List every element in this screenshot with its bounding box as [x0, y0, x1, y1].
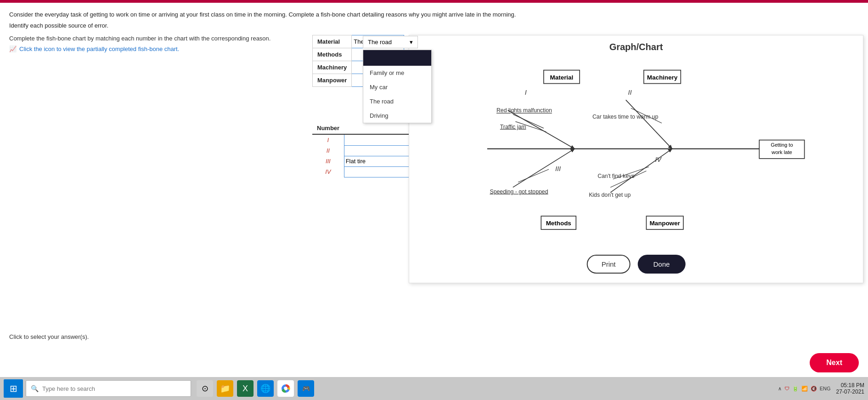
dropdown-option-theroad[interactable]: The road: [363, 94, 431, 109]
photos-icon[interactable]: 🎮: [298, 380, 314, 397]
edge-icon[interactable]: 🌐: [257, 380, 274, 397]
instruction-line1: Consider the everyday task of getting to…: [9, 10, 542, 19]
svg-text:Traffic jam: Traffic jam: [500, 124, 526, 130]
answer-input-III[interactable]: [346, 158, 411, 165]
lang-indicator: ENG: [820, 386, 831, 391]
number-row-IV: IV: [312, 166, 413, 177]
svg-text:III: III: [555, 165, 561, 172]
taskbar-right: ∧ 🛡 🔋 📶 🔇 ENG 05:18 PM 27-07-2021: [778, 382, 864, 395]
chart-trend-icon: 📈: [9, 46, 17, 52]
svg-text:Red lights malfunction: Red lights malfunction: [496, 107, 552, 114]
number-row-I: I: [312, 134, 413, 145]
tray-expand-icon[interactable]: ∧: [778, 386, 782, 392]
system-tray: ∧ 🛡 🔋 📶 🔇 ENG: [778, 386, 831, 392]
left-section: Complete the fish-bone chart by matching…: [9, 35, 308, 62]
chevron-down-icon: ▾: [410, 39, 413, 46]
svg-text:Material: Material: [550, 74, 574, 81]
svg-line-6: [626, 100, 672, 149]
answer-input-II[interactable]: [346, 147, 411, 154]
category-label-manpower: Manpower: [313, 74, 352, 87]
number-row-III: III: [312, 156, 413, 166]
answer-input-IV[interactable]: [346, 168, 411, 175]
excel-icon[interactable]: X: [237, 380, 254, 397]
answer-input-I[interactable]: [346, 137, 411, 143]
category-label-machinery: Machinery: [313, 61, 352, 74]
view-chart-link[interactable]: 📈 Click the icon to view the partially c…: [9, 46, 308, 52]
wifi-icon: 📶: [801, 386, 808, 392]
svg-text:Getting to: Getting to: [771, 142, 793, 148]
taskbar: ⊞ 🔍 ⊙ 📁 X 🌐 🎮 ∧ 🛡 🔋 📶 🔇 ENG: [0, 377, 868, 400]
fishbone-svg: Material Machinery Methods Manpower I II…: [409, 59, 863, 234]
main-content-area: Consider the everyday task of getting to…: [0, 3, 868, 377]
number-table: Number I II III: [312, 122, 413, 177]
number-II: II: [312, 145, 344, 156]
battery-icon: 🔋: [792, 386, 799, 392]
svg-text:Car takes time to warm up: Car takes time to warm up: [592, 114, 658, 120]
dropdown-header-bar: [363, 50, 431, 66]
chart-title: Graph/Chart: [409, 35, 863, 59]
search-input[interactable]: [42, 385, 186, 392]
svg-text:I: I: [525, 89, 527, 96]
number-III: III: [312, 156, 344, 166]
svg-text:Can't find keys: Can't find keys: [597, 173, 634, 179]
file-explorer-icon[interactable]: 📁: [217, 380, 233, 397]
svg-text:Kids don't get up: Kids don't get up: [589, 192, 631, 198]
svg-text:Machinery: Machinery: [647, 74, 678, 81]
dropdown-container[interactable]: The road ▾ Family or me My car The road …: [363, 36, 418, 48]
svg-text:work late: work late: [771, 149, 792, 155]
svg-line-9: [518, 169, 549, 182]
clock-date: 27-07-2021: [836, 389, 864, 395]
answer-IV[interactable]: [344, 166, 413, 177]
start-button[interactable]: ⊞: [4, 379, 23, 398]
svg-text:Methods: Methods: [546, 220, 571, 227]
print-button[interactable]: Print: [587, 255, 631, 274]
answer-I[interactable]: [344, 134, 413, 145]
number-I: I: [312, 134, 344, 145]
chart-overlay: Graph/Chart: [409, 35, 863, 283]
svg-text:Manpower: Manpower: [649, 220, 680, 227]
dropdown-menu: Family or me My car The road Driving: [363, 50, 432, 123]
number-IV: IV: [312, 166, 344, 177]
shield-icon: 🛡: [784, 386, 789, 391]
dropdown-selected-text: The road: [368, 39, 392, 46]
svg-line-8: [513, 149, 575, 188]
svg-text:II: II: [628, 89, 632, 96]
number-row-II: II: [312, 145, 413, 156]
volume-icon: 🔇: [811, 386, 817, 392]
answer-col-header: [344, 122, 413, 134]
taskbar-icon-group: ⊙ 📁 X 🌐 🎮: [197, 380, 314, 397]
click-to-select-text: Click to select your answer(s).: [9, 333, 89, 340]
answer-III[interactable]: [344, 156, 413, 166]
complete-fishbone-text: Complete the fish-bone chart by matching…: [9, 35, 308, 42]
instruction-line2: Identify each possible source of error.: [9, 22, 542, 29]
chrome-icon[interactable]: [277, 380, 294, 397]
chart-buttons: Print Done: [587, 255, 686, 274]
dropdown-option-family[interactable]: Family or me: [363, 66, 431, 80]
taskbar-search-box[interactable]: 🔍: [26, 380, 191, 397]
dropdown-option-mycar[interactable]: My car: [363, 80, 431, 94]
system-clock: 05:18 PM 27-07-2021: [836, 382, 864, 395]
dropdown-selected[interactable]: The road ▾: [363, 36, 418, 48]
svg-text:Speeding - got stopped: Speeding - got stopped: [490, 189, 548, 195]
category-label-methods: Methods: [313, 48, 352, 61]
svg-line-10: [610, 149, 672, 193]
next-button[interactable]: Next: [810, 353, 859, 372]
number-col-header: Number: [312, 122, 344, 134]
search-icon: 🔍: [31, 385, 39, 392]
svg-text:IV: IV: [655, 156, 662, 163]
category-label-material: Material: [313, 35, 352, 48]
clock-time: 05:18 PM: [836, 382, 864, 389]
answer-II[interactable]: [344, 145, 413, 156]
click-icon-text: Click the icon to view the partially com…: [19, 46, 179, 52]
dropdown-option-driving[interactable]: Driving: [363, 109, 431, 123]
done-button[interactable]: Done: [637, 255, 685, 274]
task-view-icon[interactable]: ⊙: [197, 380, 213, 397]
